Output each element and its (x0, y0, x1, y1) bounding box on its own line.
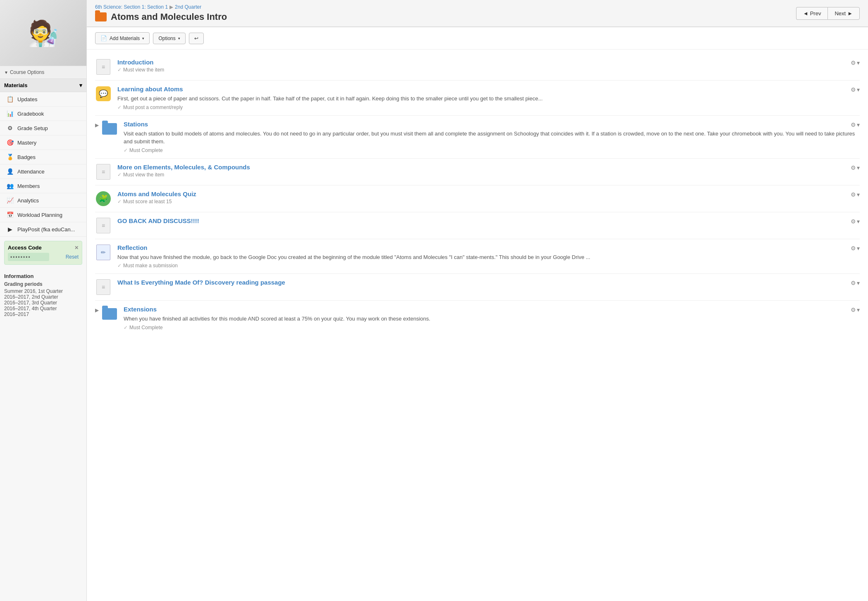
edit-doc-icon: ✏ (96, 245, 110, 260)
introduction-icon-area (95, 59, 112, 75)
introduction-gear[interactable]: ⚙ ▾ (851, 59, 860, 66)
expand-arrow-icon[interactable]: ▶ (95, 307, 99, 313)
sidebar-item-grade-setup[interactable]: ⚙ Grade Setup (0, 121, 86, 135)
sidebar-item-label: Mastery (17, 140, 36, 146)
extensions-gear[interactable]: ⚙ ▾ (851, 306, 860, 313)
gear-icon: ⚙ (851, 218, 856, 225)
quiz-meta-text: Must score at least 15 (123, 199, 172, 204)
options-button[interactable]: Options ▾ (153, 33, 185, 44)
list-item: GO BACK AND DISCUSS!!!! ⚙ ▾ (95, 212, 860, 239)
add-materials-icon: 📄 (100, 35, 107, 41)
add-materials-button[interactable]: 📄 Add Materials ▾ (95, 32, 150, 44)
next-arrow-icon: ► (847, 10, 853, 17)
more-elements-title[interactable]: More on Elements, Molecules, & Compounds (117, 164, 250, 171)
extensions-meta: ✓ Must Complete (124, 325, 860, 330)
prev-button[interactable]: ◄ Prev (796, 7, 828, 20)
back-icon: ↩ (194, 36, 198, 41)
list-item: ▶ Stations Visit each station to build m… (95, 116, 860, 159)
extensions-desc: When you have finished all activities fo… (124, 315, 860, 323)
access-code-close[interactable]: ✕ (74, 245, 79, 251)
what-is-gear[interactable]: ⚙ ▾ (851, 280, 860, 286)
extensions-folder-icon-area (101, 306, 118, 322)
list-item: What Is Everything Made Of? Discovery re… (95, 274, 860, 301)
gear-caret: ▾ (857, 245, 860, 252)
breadcrumb-part1[interactable]: 6th Science: Section 1: Section 1 (95, 4, 168, 10)
check-icon: ✓ (117, 105, 122, 110)
sidebar-item-gradebook[interactable]: 📊 Gradebook (0, 107, 86, 121)
gear-caret: ▾ (857, 59, 860, 66)
add-materials-label: Add Materials (110, 36, 140, 41)
quiz-gear[interactable]: ⚙ ▾ (851, 191, 860, 198)
learning-about-atoms-gear[interactable]: ⚙ ▾ (851, 86, 860, 93)
expand-arrow-icon[interactable]: ▶ (95, 122, 99, 128)
updates-icon: 📋 (6, 95, 14, 103)
sidebar: 🧑‍🔬 ▼ Course Options Materials ▾ 📋 Updat… (0, 0, 87, 601)
discuss-gear[interactable]: ⚙ ▾ (851, 218, 860, 225)
more-elements-icon-area (95, 164, 112, 180)
analytics-icon: 📈 (6, 196, 14, 204)
more-elements-gear[interactable]: ⚙ ▾ (851, 164, 860, 171)
breadcrumb: 6th Science: Section 1: Section 1 ▶ 2nd … (95, 4, 227, 10)
sidebar-item-members[interactable]: 👥 Members (0, 179, 86, 193)
grade-setup-icon: ⚙ (6, 124, 14, 132)
back-button[interactable]: ↩ (189, 33, 204, 44)
check-icon: ✓ (124, 147, 128, 153)
extensions-body: Extensions When you have finished all ac… (124, 306, 860, 330)
sidebar-item-label: Workload Planning (17, 212, 62, 218)
gear-icon: ⚙ (851, 245, 856, 252)
stations-meta: ✓ Must Complete (124, 147, 860, 153)
prev-label: Prev (810, 10, 821, 17)
access-code-header: Access Code ✕ (8, 245, 79, 251)
list-item: ▶ Extensions When you have finished all … (95, 301, 860, 335)
sidebar-item-mastery[interactable]: 🎯 Mastery (0, 135, 86, 150)
sidebar-item-playposit[interactable]: ▶ PlayPosit (fka eduCan... (0, 222, 86, 237)
list-item: 💬 Learning about Atoms First, get out a … (95, 81, 860, 116)
grading-period-2: 2016–2017, 3rd Quarter (4, 300, 82, 306)
sidebar-item-workload-planning[interactable]: 📅 Workload Planning (0, 208, 86, 222)
access-code-box: Access Code ✕ •••••••• Reset (4, 241, 82, 265)
learning-about-atoms-title[interactable]: Learning about Atoms (117, 86, 183, 93)
what-is-title[interactable]: What Is Everything Made Of? Discovery re… (117, 279, 285, 286)
breadcrumb-part2[interactable]: 2nd Quarter (175, 4, 201, 10)
next-button[interactable]: Next ► (827, 7, 860, 20)
introduction-title[interactable]: Introduction (117, 59, 153, 66)
stations-title[interactable]: Stations (124, 121, 148, 128)
reflection-icon-area: ✏ (95, 244, 112, 261)
extensions-title[interactable]: Extensions (124, 306, 157, 313)
access-code-reset-button[interactable]: Reset (66, 254, 79, 260)
access-code-label: Access Code (8, 245, 42, 251)
stations-gear[interactable]: ⚙ ▾ (851, 121, 860, 128)
grading-period-1: 2016–2017, 2nd Quarter (4, 294, 82, 300)
quiz-title[interactable]: Atoms and Molecules Quiz (117, 190, 196, 197)
gear-caret: ▾ (857, 280, 860, 286)
check-icon: ✓ (117, 172, 122, 178)
options-label: Options (158, 36, 175, 41)
doc-icon (96, 164, 110, 180)
course-options-arrow: ▼ (4, 70, 8, 75)
reflection-title[interactable]: Reflection (117, 244, 148, 251)
folder-blue-icon (102, 308, 117, 320)
sidebar-item-label: Badges (17, 154, 36, 160)
course-options-link[interactable]: ▼ Course Options (0, 66, 86, 79)
doc-icon (96, 279, 110, 295)
quiz-meta: ✓ Must score at least 15 (117, 199, 860, 204)
sidebar-item-updates[interactable]: 📋 Updates (0, 92, 86, 107)
playposit-icon: ▶ (6, 225, 14, 233)
sidebar-item-badges[interactable]: 🏅 Badges (0, 150, 86, 164)
discuss-title[interactable]: GO BACK AND DISCUSS!!!! (117, 217, 199, 224)
sidebar-item-attendance[interactable]: 👤 Attendance (0, 164, 86, 179)
introduction-meta: ✓ Must view the item (117, 67, 860, 73)
sidebar-item-label: Members (17, 183, 40, 189)
gear-icon: ⚙ (851, 191, 856, 198)
learning-about-atoms-meta: ✓ Must post a comment/reply (117, 105, 860, 110)
sidebar-item-analytics[interactable]: 📈 Analytics (0, 193, 86, 208)
stations-body: Stations Visit each station to build mod… (124, 121, 860, 153)
reflection-meta-text: Must make a submission (123, 263, 178, 268)
reflection-gear[interactable]: ⚙ ▾ (851, 245, 860, 252)
materials-label: Materials (4, 82, 27, 88)
more-elements-meta: ✓ Must view the item (117, 172, 860, 178)
introduction-meta-text: Must view the item (123, 67, 164, 73)
puzzle-icon: 🧩 (96, 191, 111, 206)
materials-section-header[interactable]: Materials ▾ (0, 79, 86, 92)
folder-blue-icon (102, 123, 117, 135)
